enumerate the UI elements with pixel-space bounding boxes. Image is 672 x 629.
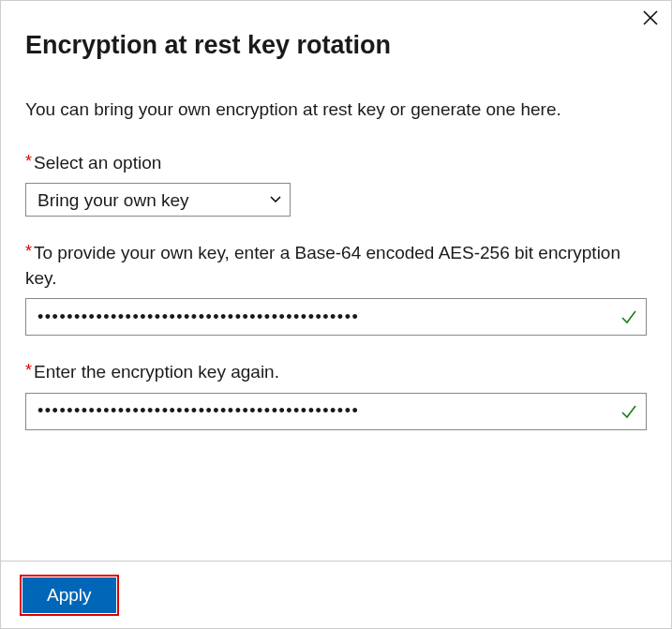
encryption-key-label: *To provide your own key, enter a Base-6… <box>25 241 647 291</box>
select-option-field: *Select an option Bring your own key <box>25 151 647 217</box>
dialog-title: Encryption at rest key rotation <box>25 31 647 60</box>
dialog-footer: Apply <box>1 561 671 628</box>
encryption-key-input[interactable] <box>25 298 647 336</box>
dialog-description: You can bring your own encryption at res… <box>25 97 647 123</box>
encryption-key-field: *To provide your own key, enter a Base-6… <box>25 241 647 336</box>
dialog-content: Encryption at rest key rotation You can … <box>1 1 671 430</box>
required-star-icon: * <box>25 152 32 171</box>
select-option-dropdown[interactable]: Bring your own key <box>25 183 291 217</box>
checkmark-icon <box>620 403 637 420</box>
dialog-panel: Encryption at rest key rotation You can … <box>0 0 672 629</box>
close-icon <box>643 10 658 25</box>
close-button[interactable] <box>639 7 662 29</box>
required-star-icon: * <box>25 361 32 380</box>
apply-button-highlight: Apply <box>20 575 119 616</box>
encryption-key-confirm-field: *Enter the encryption key again. <box>25 360 647 430</box>
encryption-key-confirm-label: *Enter the encryption key again. <box>25 360 647 385</box>
required-star-icon: * <box>25 242 32 261</box>
checkmark-icon <box>620 308 637 325</box>
apply-button[interactable]: Apply <box>22 577 116 613</box>
encryption-key-confirm-input[interactable] <box>25 393 647 430</box>
select-option-label: *Select an option <box>25 151 647 176</box>
